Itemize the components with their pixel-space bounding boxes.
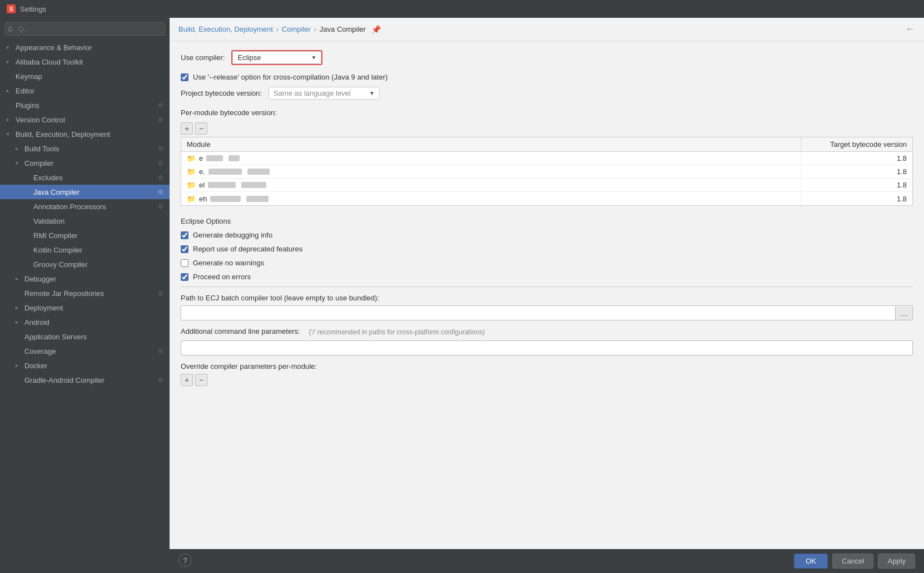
sidebar-item-label-validation: Validation [33, 217, 165, 225]
sidebar-item-android[interactable]: ▸Android [0, 315, 170, 329]
sidebar-item-label-alibaba-cloud: Alibaba Cloud Toolkit [16, 58, 165, 66]
option-row-proceed-errors: Proceed on errors [181, 273, 913, 281]
sidebar-item-version-control[interactable]: ▸Version Control⚙ [0, 112, 170, 127]
option-checkbox-proceed-errors[interactable] [181, 273, 188, 281]
settings-icon-build-tools: ⚙ [156, 144, 165, 153]
breadcrumb-part-1[interactable]: Build, Execution, Deployment [178, 25, 273, 33]
sidebar-item-alibaba-cloud[interactable]: ▸Alibaba Cloud Toolkit [0, 55, 170, 69]
sidebar: Q ▸Appearance & Behavior▸Alibaba Cloud T… [0, 18, 170, 573]
option-checkbox-deprecated[interactable] [181, 245, 188, 253]
arrow-icon-version-control: ▸ [7, 117, 13, 122]
module-name-text-1: e. [199, 167, 205, 176]
sidebar-item-label-build-tools: Build Tools [24, 145, 154, 153]
sidebar-item-kotlin-compiler[interactable]: Kotlin Compiler [0, 243, 170, 257]
arrow-icon-compiler: ▾ [16, 160, 22, 166]
sidebar-item-build-tools[interactable]: ▸Build Tools⚙ [0, 141, 170, 156]
module-name-blurred-1-0 [206, 155, 223, 161]
sidebar-item-label-version-control: Version Control [16, 116, 154, 124]
cmd-params-hint: ('/' recommended in paths for cross-plat… [309, 328, 485, 336]
settings-icon-excludes: ⚙ [156, 173, 165, 182]
module-name-cell-3: 📁eh [181, 193, 801, 205]
sidebar-item-build-exec-deploy[interactable]: ▾Build, Execution, Deployment [0, 127, 170, 141]
arrow-icon-android: ▸ [16, 319, 22, 325]
ecj-path-input-row: … [181, 305, 913, 320]
sidebar-item-annotation-processors[interactable]: Annotation Processors⚙ [0, 199, 170, 214]
compiler-dropdown-wrapper: Eclipse ▼ [231, 50, 322, 65]
app-icon: S [7, 4, 16, 13]
cmd-params-row: Additional command line parameters: ('/'… [181, 327, 913, 336]
sidebar-item-java-compiler[interactable]: Java Compiler⚙ [0, 185, 170, 199]
sidebar-item-label-excludes: Excludes [33, 174, 154, 182]
sidebar-item-excludes[interactable]: Excludes⚙ [0, 170, 170, 185]
option-checkbox-debug-info[interactable] [181, 231, 188, 239]
module-name-blurred-1-3 [210, 196, 241, 202]
sidebar-item-label-coverage: Coverage [24, 347, 154, 355]
sidebar-item-keymap[interactable]: Keymap [0, 69, 170, 83]
table-row[interactable]: 📁el1.8 [181, 179, 912, 192]
sidebar-item-debugger[interactable]: ▸Debugger [0, 271, 170, 286]
sidebar-item-editor[interactable]: ▸Editor [0, 83, 170, 98]
cancel-button[interactable]: Cancel [832, 554, 873, 569]
sidebar-item-label-rmi-compiler: RMI Compiler [33, 231, 165, 240]
remove-module-button[interactable]: − [195, 122, 207, 135]
remove-override-button[interactable]: − [195, 374, 207, 386]
sidebar-item-label-groovy-compiler: Groovy Compiler [33, 260, 165, 269]
section-divider-1 [181, 286, 913, 287]
sidebar-item-label-application-servers: Application Servers [24, 333, 165, 341]
arrow-icon-appearance-behavior: ▸ [7, 45, 13, 50]
add-override-button[interactable]: + [181, 374, 193, 386]
sidebar-item-plugins[interactable]: Plugins⚙ [0, 98, 170, 112]
bytecode-version-row: Project bytecode version: Same as langua… [181, 87, 913, 100]
sidebar-item-coverage[interactable]: Coverage⚙ [0, 344, 170, 358]
sidebar-item-groovy-compiler[interactable]: Groovy Compiler [0, 257, 170, 271]
module-name-text-0: e [199, 154, 203, 162]
bytecode-version-label: Project bytecode version: [181, 89, 262, 97]
option-checkbox-no-warnings[interactable] [181, 259, 188, 267]
pin-icon[interactable]: 📌 [371, 25, 381, 34]
module-col-version-header: Target bytecode version [801, 137, 912, 151]
ecj-path-input[interactable] [181, 306, 895, 320]
arrow-icon-debugger: ▸ [16, 276, 22, 281]
ok-button[interactable]: OK [794, 554, 828, 569]
ecj-path-browse-button[interactable]: … [895, 307, 912, 320]
cmd-params-input-row [181, 340, 913, 355]
search-input[interactable] [4, 22, 165, 36]
sidebar-item-appearance-behavior[interactable]: ▸Appearance & Behavior [0, 40, 170, 55]
table-row[interactable]: 📁e1.8 [181, 152, 912, 165]
module-rows: 📁e1.8📁e.1.8📁el1.8📁eh1.8 [181, 152, 912, 205]
breadcrumb-sep-1: › [276, 26, 279, 33]
cross-compile-label: Use '--release' option for cross-compila… [193, 73, 388, 81]
bytecode-version-value: Same as language level [274, 89, 365, 97]
apply-button[interactable]: Apply [878, 554, 915, 569]
arrow-icon-alibaba-cloud: ▸ [7, 59, 13, 65]
sidebar-item-compiler[interactable]: ▾Compiler⚙ [0, 156, 170, 170]
module-name-blurred-2-1 [247, 169, 270, 175]
table-row[interactable]: 📁eh1.8 [181, 192, 912, 205]
sidebar-item-label-editor: Editor [16, 87, 165, 95]
sidebar-item-docker[interactable]: ▸Docker [0, 358, 170, 373]
arrow-icon-docker: ▸ [16, 363, 22, 368]
sidebar-item-validation[interactable]: Validation [0, 214, 170, 228]
option-label-no-warnings: Generate no warnings [193, 259, 264, 267]
main-content: Build, Execution, Deployment › Compiler … [170, 18, 924, 573]
cmd-params-input[interactable] [181, 341, 912, 355]
sidebar-item-gradle-android[interactable]: Gradle-Android Compiler⚙ [0, 373, 170, 387]
back-button[interactable]: ← [905, 23, 915, 35]
search-box[interactable]: Q [4, 22, 165, 36]
option-row-debug-info: Generate debugging info [181, 231, 913, 239]
cross-compile-checkbox[interactable] [181, 73, 188, 81]
sidebar-item-application-servers[interactable]: Application Servers [0, 329, 170, 344]
bytecode-version-dropdown[interactable]: Same as language level ▼ [269, 87, 380, 100]
sidebar-item-remote-jar[interactable]: Remote Jar Repositories⚙ [0, 286, 170, 300]
module-name-text-3: eh [199, 195, 207, 203]
folder-icon-2: 📁 [187, 181, 196, 189]
module-table-header: Module Target bytecode version [181, 137, 912, 152]
compiler-dropdown[interactable]: Eclipse ▼ [232, 51, 321, 64]
sidebar-item-rmi-compiler[interactable]: RMI Compiler [0, 228, 170, 243]
add-module-button[interactable]: + [181, 122, 193, 135]
sidebar-item-deployment[interactable]: ▸Deployment [0, 300, 170, 315]
module-version-cell-2: 1.8 [801, 179, 912, 191]
table-row[interactable]: 📁e.1.8 [181, 165, 912, 179]
help-button[interactable]: ? [178, 554, 192, 567]
breadcrumb-part-2[interactable]: Compiler [282, 25, 311, 33]
